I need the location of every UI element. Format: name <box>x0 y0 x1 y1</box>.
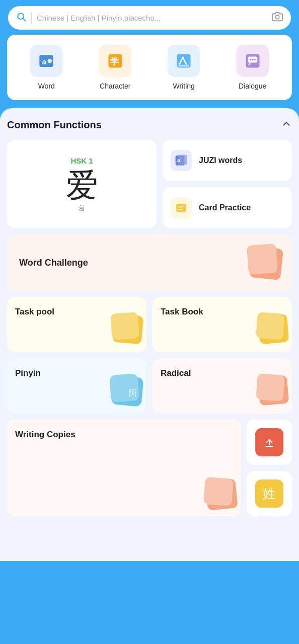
category-character[interactable]: 学 Character <box>99 45 131 90</box>
juzi-words-card[interactable]: a JUZI words <box>163 140 292 181</box>
search-icon <box>16 12 26 24</box>
hsk-character: 爱 <box>66 169 98 201</box>
search-bar: Chinese | English | Pinyin,placecho... <box>0 0 299 35</box>
card-practice-card[interactable]: Card Practice <box>163 187 292 228</box>
pinyin-illustration: a 阿 <box>107 374 142 410</box>
word-challenge-label: Word Challenge <box>19 258 88 268</box>
hsk-level: HSK 1 <box>70 156 93 165</box>
svg-rect-18 <box>176 204 186 212</box>
character-label: Character <box>100 82 130 90</box>
hsk-pinyin: ài <box>79 204 85 212</box>
pinyin-radical-row: Pinyin a 阿 Radical 月 <box>7 358 292 414</box>
svg-point-14 <box>254 59 255 60</box>
writing-icon-wrap <box>168 45 200 77</box>
word-challenge-card[interactable]: Word Challenge ✓ <box>7 234 292 291</box>
section-header: Common Functions <box>7 118 292 132</box>
top-cards-row: HSK 1 爱 ài a JUZI words <box>7 140 292 228</box>
hsk-card[interactable]: HSK 1 爱 ài <box>7 140 157 228</box>
radical-illustration: 月 <box>253 374 288 410</box>
juzi-label: JUZI words <box>199 156 242 165</box>
category-writing[interactable]: Writing <box>168 45 200 90</box>
word-icon-wrap: a <box>30 45 62 77</box>
task-pool-card[interactable]: Task pool ✓ <box>7 297 146 352</box>
common-functions-section: Common Functions HSK 1 爱 ài a <box>0 108 299 561</box>
dialogue-label: Dialogue <box>239 82 266 90</box>
radical-card[interactable]: Radical 月 <box>153 358 292 414</box>
svg-point-2 <box>275 15 279 19</box>
category-word[interactable]: a Word <box>30 45 62 90</box>
svg-point-12 <box>250 59 251 60</box>
right-function-cards: a JUZI words Card Practice <box>163 140 292 228</box>
search-placeholder-text: Chinese | English | Pinyin,placecho... <box>37 14 267 22</box>
svg-point-13 <box>252 59 253 60</box>
collapse-icon[interactable] <box>281 118 292 132</box>
upload-icon <box>255 428 283 456</box>
section-title: Common Functions <box>7 119 102 131</box>
top-categories: a Word 学 Character Writing <box>7 35 292 100</box>
svg-line-1 <box>23 19 26 21</box>
writing-label: Writing <box>173 82 195 90</box>
card-practice-label: Card Practice <box>199 203 251 212</box>
name-icon: 姓 <box>255 479 283 508</box>
card-practice-icon <box>171 197 192 218</box>
writing-copies-illustration <box>201 478 237 512</box>
bottom-row: Writing Copies <box>7 420 292 516</box>
word-challenge-illustration: ✓ <box>242 245 282 281</box>
pinyin-card[interactable]: Pinyin a 阿 <box>7 358 146 414</box>
task-book-card[interactable]: Task Book ✕ <box>153 297 292 352</box>
task-book-illustration: ✕ <box>253 313 288 348</box>
word-label: Word <box>38 82 55 90</box>
svg-text:学: 学 <box>110 57 119 66</box>
svg-text:a: a <box>177 157 180 163</box>
writing-copies-label: Writing Copies <box>15 430 76 439</box>
dialogue-icon-wrap <box>237 45 269 77</box>
name-card[interactable]: 姓 <box>247 471 292 516</box>
writing-copies-card[interactable]: Writing Copies <box>7 420 241 516</box>
juzi-icon: a <box>171 150 192 171</box>
camera-icon[interactable] <box>272 11 283 25</box>
category-dialogue[interactable]: Dialogue <box>237 45 269 90</box>
bottom-icon-cards: 姓 <box>247 420 292 516</box>
search-input-wrapper[interactable]: Chinese | English | Pinyin,placecho... <box>8 6 291 30</box>
character-icon-wrap: 学 <box>99 45 131 77</box>
task-row: Task pool ✓ Task Book ✕ <box>7 297 292 352</box>
svg-text:a: a <box>42 57 47 66</box>
task-pool-illustration: ✓ <box>107 313 142 348</box>
search-divider <box>31 13 32 23</box>
upload-card[interactable] <box>247 420 292 465</box>
svg-point-5 <box>48 59 52 63</box>
